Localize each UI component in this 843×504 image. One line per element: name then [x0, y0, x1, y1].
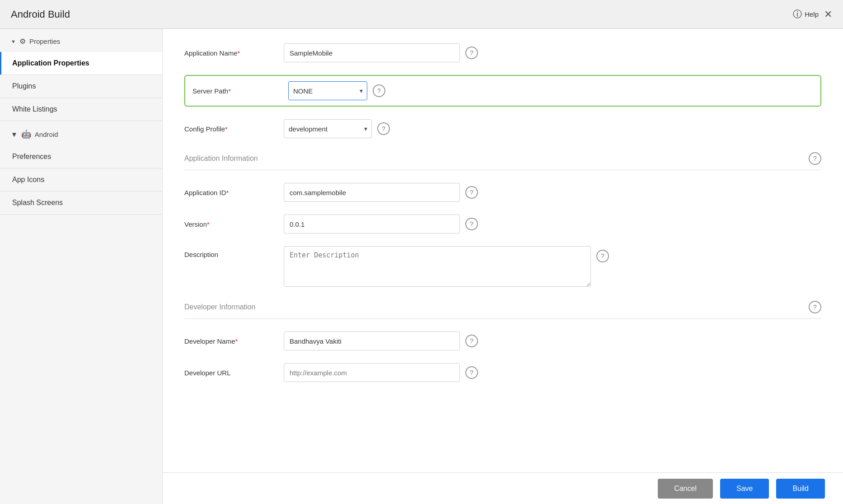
developer-info-divider: [184, 318, 821, 319]
config-profile-control: development production staging ?: [284, 119, 821, 138]
server-path-select-wrapper: NONE: [288, 81, 367, 100]
application-name-field: Application Name* ?: [184, 43, 821, 62]
plugins-label: Plugins: [12, 82, 36, 90]
application-id-field: Application ID* ?: [184, 183, 821, 202]
developer-info-section-row: Developer Information ?: [184, 299, 821, 315]
developer-name-label: Developer Name*: [184, 337, 275, 345]
application-name-control: ?: [284, 43, 821, 62]
config-profile-field: Config Profile* development production s…: [184, 119, 821, 138]
developer-name-field: Developer Name* ?: [184, 331, 821, 350]
version-field: Version* ?: [184, 215, 821, 233]
sidebar-item-plugins[interactable]: Plugins: [0, 75, 162, 98]
sidebar-android-section[interactable]: ▼ 🤖 Android: [0, 121, 162, 145]
app-info-section-help-icon[interactable]: ?: [809, 152, 821, 165]
description-control: ?: [284, 246, 821, 287]
application-name-help-icon[interactable]: ?: [465, 47, 478, 59]
app-info-section-row: Application Information ?: [184, 151, 821, 166]
developer-url-label: Developer URL: [184, 369, 275, 377]
app-info-divider: [184, 170, 821, 170]
application-id-help-icon[interactable]: ?: [465, 186, 478, 199]
title-bar: Android Build ⓘ Help ✕: [0, 0, 843, 29]
bottom-bar: Cancel Save Build: [163, 472, 843, 504]
close-button[interactable]: ✕: [824, 9, 832, 19]
app-icons-label: App Icons: [12, 176, 44, 183]
android-icon: 🤖: [21, 129, 31, 139]
content-area: Application Name* ? Server Path* NONE ?: [163, 29, 843, 504]
developer-name-help-icon[interactable]: ?: [465, 335, 478, 347]
title-bar-actions: ⓘ Help ✕: [793, 8, 832, 20]
sidebar-item-white-listings[interactable]: White Listings: [0, 98, 162, 121]
developer-info-section-title: Developer Information: [184, 303, 255, 311]
white-listings-label: White Listings: [12, 105, 57, 113]
android-arrow-icon: ▼: [11, 131, 18, 138]
description-field: Description ?: [184, 246, 821, 287]
android-section-label: Android: [35, 131, 58, 138]
developer-name-input[interactable]: [284, 331, 460, 350]
server-path-label: Server Path*: [192, 87, 283, 95]
gear-icon: ⚙: [19, 37, 26, 46]
help-button[interactable]: ⓘ Help: [793, 8, 819, 20]
version-control: ?: [284, 215, 821, 233]
application-properties-label: Application Properties: [12, 59, 89, 67]
application-id-input[interactable]: [284, 183, 460, 202]
server-path-box: Server Path* NONE ?: [184, 75, 821, 107]
config-profile-select[interactable]: development production staging: [284, 119, 372, 138]
application-name-label: Application Name*: [184, 49, 275, 57]
server-path-help-icon[interactable]: ?: [373, 84, 385, 97]
developer-url-field: Developer URL ?: [184, 363, 821, 382]
description-label: Description: [184, 246, 275, 258]
sidebar-properties-section[interactable]: ▼ ⚙ Properties: [0, 29, 162, 52]
splash-screens-label: Splash Screens: [12, 199, 63, 206]
config-profile-help-icon[interactable]: ?: [377, 122, 390, 135]
properties-section-label: Properties: [29, 37, 60, 45]
developer-url-control: ?: [284, 363, 821, 382]
properties-arrow-icon: ▼: [11, 39, 16, 44]
developer-name-control: ?: [284, 331, 821, 350]
app-info-section-title: Application Information: [184, 154, 258, 163]
developer-url-input[interactable]: [284, 363, 460, 382]
help-label: Help: [805, 10, 819, 18]
developer-info-section-help-icon[interactable]: ?: [809, 301, 821, 313]
sidebar-item-preferences[interactable]: Preferences: [0, 145, 162, 168]
window-title: Android Build: [11, 9, 70, 20]
application-id-control: ?: [284, 183, 821, 202]
version-label: Version*: [184, 220, 275, 228]
version-help-icon[interactable]: ?: [465, 218, 478, 230]
application-name-input[interactable]: [284, 43, 460, 62]
sidebar-divider-6: [0, 214, 162, 215]
sidebar-item-application-properties[interactable]: Application Properties: [0, 52, 162, 75]
version-input[interactable]: [284, 215, 460, 233]
main-layout: ▼ ⚙ Properties Application Properties Pl…: [0, 29, 843, 504]
server-path-select[interactable]: NONE: [288, 81, 367, 100]
config-profile-label: Config Profile*: [184, 125, 275, 133]
help-circle-icon: ⓘ: [793, 8, 802, 20]
preferences-label: Preferences: [12, 153, 51, 160]
config-profile-select-wrapper: development production staging: [284, 119, 372, 138]
cancel-button[interactable]: Cancel: [658, 479, 713, 499]
sidebar-item-app-icons[interactable]: App Icons: [0, 168, 162, 191]
save-button[interactable]: Save: [720, 479, 769, 499]
application-id-label: Application ID*: [184, 189, 275, 196]
server-path-control: NONE ?: [288, 81, 813, 100]
sidebar-item-splash-screens[interactable]: Splash Screens: [0, 191, 162, 214]
developer-url-help-icon[interactable]: ?: [465, 366, 478, 379]
description-help-icon[interactable]: ?: [596, 250, 609, 262]
sidebar: ▼ ⚙ Properties Application Properties Pl…: [0, 29, 163, 504]
build-button[interactable]: Build: [776, 479, 825, 499]
description-input[interactable]: [284, 246, 591, 287]
required-indicator: *: [238, 49, 240, 57]
